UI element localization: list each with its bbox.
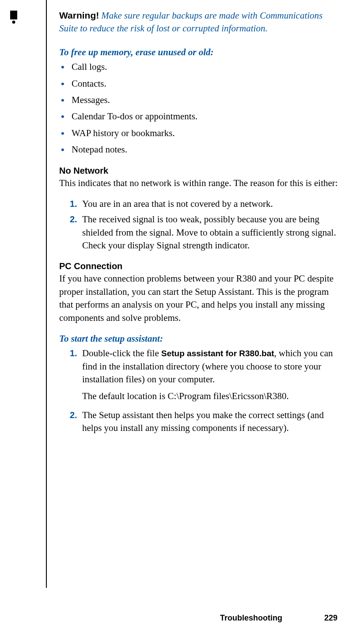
free-memory-list: Call logs. Contacts. Messages. Calendar …: [59, 61, 342, 156]
warning-block: Warning! Make sure regular backups are m…: [59, 9, 342, 35]
warning-body: Make sure regular backups are made with …: [59, 10, 322, 34]
free-memory-title: To free up memory, erase unused or old:: [59, 46, 342, 59]
step-number: 2.: [70, 213, 77, 225]
step-pre: Double-click the file: [82, 348, 161, 358]
warning-icon: [9, 11, 19, 24]
page-footer: Troubleshooting 229: [220, 613, 337, 624]
margin-rule: [46, 0, 47, 588]
list-item: 1. Double-click the file Setup assistant…: [70, 347, 342, 403]
list-item: Messages.: [59, 94, 342, 107]
no-network-heading: No Network: [59, 164, 342, 177]
list-item: 2. The received signal is too weak, poss…: [70, 213, 342, 252]
setup-assistant-list: 1. Double-click the file Setup assistant…: [70, 347, 342, 434]
list-item: 1. You are in an area that is not covere…: [70, 198, 342, 210]
page-content: Warning! Make sure regular backups are m…: [0, 0, 364, 636]
step-number: 1.: [70, 198, 77, 210]
list-item: WAP history or bookmarks.: [59, 127, 342, 140]
svg-point-1: [12, 21, 15, 24]
list-item: Contacts.: [59, 77, 342, 90]
pc-connection-heading: PC Connection: [59, 260, 342, 272]
footer-section: Troubleshooting: [220, 613, 282, 622]
pc-connection-intro: If you have connection problems between …: [59, 272, 342, 324]
svg-rect-0: [10, 11, 17, 19]
step-text: You are in an area that is not covered b…: [82, 198, 273, 209]
list-item: Notepad notes.: [59, 143, 342, 156]
step-number: 1.: [70, 347, 77, 359]
step-number: 2.: [70, 409, 77, 421]
main-content: Warning! Make sure regular backups are m…: [59, 9, 342, 435]
list-item: Call logs.: [59, 61, 342, 73]
step-text: Double-click the file Setup assistant fo…: [82, 348, 333, 385]
step-continuation: The default location is C:\Program files…: [82, 390, 342, 403]
bat-filename: Setup assistant for R380.bat: [161, 349, 274, 358]
footer-page-number: 229: [324, 613, 337, 622]
no-network-intro: This indicates that no network is within…: [59, 177, 342, 190]
warning-label: Warning!: [59, 10, 99, 20]
no-network-list: 1. You are in an area that is not covere…: [70, 198, 342, 252]
list-item: Calendar To-dos or appointments.: [59, 110, 342, 123]
setup-assistant-title: To start the setup assistant:: [59, 332, 342, 345]
list-item: 2. The Setup assistant then helps you ma…: [70, 409, 342, 435]
step-text: The received signal is too weak, possibl…: [82, 214, 336, 251]
step-text: The Setup assistant then helps you make …: [82, 410, 324, 433]
